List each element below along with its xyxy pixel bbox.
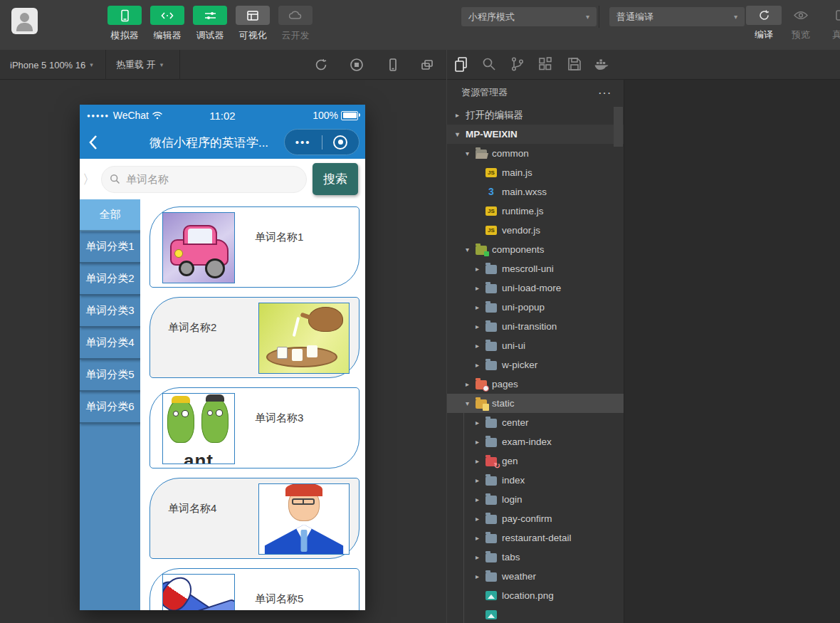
file-type-icon <box>485 553 497 562</box>
search-input[interactable] <box>101 166 307 193</box>
explorer-scrollbar[interactable] <box>614 107 623 147</box>
more-menu-button[interactable]: ••• <box>285 139 322 146</box>
rotate-icon[interactable] <box>313 57 329 73</box>
cloud-dev-button[interactable]: 云开发 <box>278 6 313 42</box>
tree-expand-icon[interactable]: ▸ <box>476 265 485 273</box>
tree-row[interactable]: main.wxss <box>447 182 624 201</box>
save-all-icon[interactable] <box>567 56 584 73</box>
tree-expand-icon[interactable]: ▸ <box>476 419 485 426</box>
tree-row[interactable]: ▸ uni-load-more <box>447 278 624 298</box>
tree-row[interactable]: ▾ components <box>447 240 624 259</box>
tree-row[interactable]: ▸ uni-ui <box>447 336 624 355</box>
multi-window-icon[interactable] <box>419 57 435 73</box>
category-item[interactable]: 全部 <box>80 199 140 231</box>
tree-row[interactable] <box>447 605 624 623</box>
stop-record-icon[interactable] <box>349 57 364 73</box>
visualization-button[interactable]: 可视化 <box>235 6 271 42</box>
minimize-record-button[interactable] <box>322 135 359 150</box>
tree-row[interactable]: location.png <box>447 586 624 605</box>
hot-reload-toggle[interactable]: 热重载 开 ▾ <box>116 50 163 80</box>
file-type-icon <box>485 534 497 543</box>
device-select[interactable]: iPhone 5 100% 16 ▾ <box>10 50 93 80</box>
tree-row[interactable]: ▸ index <box>447 471 624 490</box>
tree-row[interactable]: ▸ uni-transition <box>447 317 624 336</box>
tree-expand-icon[interactable]: ▸ <box>476 476 485 484</box>
tree-row[interactable]: ▸ login <box>447 490 624 509</box>
git-branch-icon[interactable] <box>510 56 527 73</box>
preview-button[interactable]: 预览 <box>783 6 819 41</box>
tree-row[interactable]: ▸ weather <box>447 567 624 586</box>
word-card[interactable]: ant 单词名称3 <box>149 387 359 468</box>
tree-row[interactable]: runtime.js <box>447 201 624 221</box>
category-list: 全部 单词分类1 单词分类2 单词分类3 单词分类4 <box>80 199 140 610</box>
device-frame-icon[interactable] <box>385 57 401 73</box>
tree-expand-icon[interactable]: ▸ <box>476 361 485 369</box>
compile-mode-select[interactable]: 普通编译 ▾ <box>609 7 745 26</box>
search-icon[interactable] <box>481 56 498 73</box>
word-card[interactable]: 单词名称5 <box>149 568 359 610</box>
category-item[interactable]: 单词分类6 <box>80 392 140 424</box>
tree-row[interactable]: vendor.js <box>447 221 624 240</box>
debugger-button[interactable]: 调试器 <box>192 6 228 42</box>
tree-row[interactable]: ▸ mescroll-uni <box>447 259 624 278</box>
word-card[interactable]: 单词名称2 <box>149 297 359 378</box>
tree-expand-icon[interactable]: ▸ <box>476 438 485 446</box>
tree-row[interactable]: ▸ 打开的编辑器 <box>447 105 624 125</box>
tree-row[interactable]: ▾ common <box>447 144 624 163</box>
tree-expand-icon[interactable]: ▸ <box>476 323 485 330</box>
tree-row[interactable]: ▸ w-picker <box>447 355 624 375</box>
tree-expand-icon[interactable]: ▸ <box>476 303 485 311</box>
tree-expand-icon[interactable]: ▾ <box>456 130 466 138</box>
tree-expand-icon[interactable]: ▾ <box>466 399 476 407</box>
category-item[interactable]: 单词分类3 <box>80 295 140 328</box>
tree-expand-icon[interactable]: ▸ <box>476 496 485 503</box>
device-select-value: iPhone 5 100% 16 <box>10 60 85 70</box>
extensions-icon[interactable] <box>537 56 555 73</box>
category-item[interactable]: 单词分类5 <box>80 360 140 392</box>
tree-row[interactable]: main.js <box>447 163 624 182</box>
user-avatar[interactable] <box>11 8 38 34</box>
tree-row[interactable]: ▸ center <box>447 413 624 432</box>
visualization-label: 可视化 <box>239 29 267 42</box>
tree-row[interactable]: ▸ tabs <box>447 548 624 567</box>
back-icon[interactable] <box>88 135 98 150</box>
simulator-button[interactable]: 模拟器 <box>107 6 142 42</box>
tree-row[interactable]: ▾ MP-WEIXIN <box>447 125 624 144</box>
docker-icon[interactable] <box>594 56 611 73</box>
tree-row[interactable]: ▸ restaurant-detail <box>447 528 624 548</box>
tree-expand-icon[interactable]: ▸ <box>476 284 485 292</box>
tree-expand-icon[interactable]: ▸ <box>456 111 466 119</box>
word-card[interactable]: 单词名称1 <box>149 206 359 288</box>
tree-row[interactable]: ▸ exam-index <box>447 432 624 451</box>
remote-debug-button[interactable]: 真机 <box>820 6 840 41</box>
tree-row[interactable]: ▸ pay-confirm <box>447 509 624 528</box>
indent-guide <box>463 413 464 623</box>
tree-expand-icon[interactable]: ▾ <box>466 150 476 157</box>
tree-expand-icon[interactable]: ▸ <box>476 342 485 350</box>
mode-select[interactable]: 小程序模式 ▾ <box>461 7 597 26</box>
tree-expand-icon[interactable]: ▸ <box>476 515 485 523</box>
tree-expand-icon[interactable]: ▸ <box>476 457 485 465</box>
tree-expand-icon[interactable]: ▸ <box>466 380 476 388</box>
word-card[interactable]: 单词名称4 <box>149 478 359 559</box>
category-item[interactable]: 单词分类4 <box>80 328 140 360</box>
explorer-files-icon[interactable] <box>453 56 470 73</box>
drawer-handle[interactable]: 〉 <box>83 171 95 188</box>
chevron-down-icon: ▾ <box>586 13 589 21</box>
more-actions-icon[interactable]: ··· <box>599 88 612 98</box>
tree-row[interactable]: ▸ pages <box>447 375 624 394</box>
tree-row[interactable]: ▸ gen <box>447 451 624 471</box>
category-item[interactable]: 单词分类1 <box>80 231 140 263</box>
compile-button[interactable]: 编译 <box>746 6 782 41</box>
tree-row[interactable]: ▸ uni-popup <box>447 298 624 317</box>
file-tree-wrap: ▸ 打开的编辑器 ▾ MP-WEIXIN ▾ common <box>447 105 624 623</box>
word-card-list: 单词名称1 单词名称2 <box>140 199 365 610</box>
editor-button[interactable]: 编辑器 <box>149 6 185 42</box>
tree-expand-icon[interactable]: ▸ <box>476 572 485 580</box>
tree-expand-icon[interactable]: ▾ <box>466 246 476 253</box>
search-button[interactable]: 搜索 <box>313 163 358 195</box>
tree-expand-icon[interactable]: ▸ <box>476 553 485 561</box>
category-item[interactable]: 单词分类2 <box>80 263 140 295</box>
tree-expand-icon[interactable]: ▸ <box>476 534 485 542</box>
tree-row[interactable]: ▾ static <box>447 394 624 413</box>
